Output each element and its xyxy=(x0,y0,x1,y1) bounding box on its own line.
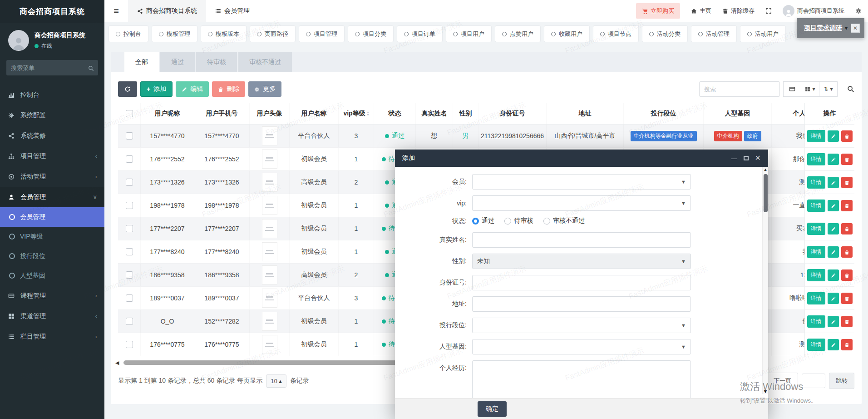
topbar-tab[interactable]: 会员管理 xyxy=(206,0,259,22)
sidebar-menu-item[interactable]: 会员管理 ∨ xyxy=(0,187,104,207)
nav-pill[interactable]: 活动管理 xyxy=(691,26,736,42)
experience-textarea[interactable] xyxy=(472,360,691,399)
row-delete-button[interactable] xyxy=(841,246,853,258)
row-edit-button[interactable] xyxy=(828,269,839,281)
detail-button[interactable]: 详情 xyxy=(807,176,825,189)
row-checkbox[interactable] xyxy=(126,294,133,302)
refresh-button[interactable] xyxy=(118,81,137,97)
gene-select[interactable]: ▼ xyxy=(472,339,691,354)
dialog-scrollbar-thumb[interactable] xyxy=(764,174,768,212)
row-delete-button[interactable] xyxy=(841,223,853,234)
detail-button[interactable]: 详情 xyxy=(807,223,825,235)
scroll-down-icon[interactable]: ▼ xyxy=(763,389,768,394)
rank-select[interactable]: ▼ xyxy=(472,318,691,333)
advanced-search-button[interactable] xyxy=(847,85,854,93)
member-select[interactable]: ▼ xyxy=(472,174,691,190)
row-edit-button[interactable] xyxy=(828,130,839,142)
row-checkbox[interactable] xyxy=(126,318,133,325)
view-toggle-button[interactable] xyxy=(783,81,801,97)
sidebar-menu-item[interactable]: 项目管理 ‹ xyxy=(0,146,104,166)
nav-pill[interactable]: 控制台 xyxy=(109,26,148,42)
detail-button[interactable]: 详情 xyxy=(807,130,825,142)
user-menu[interactable]: 商会招商项目系统 xyxy=(783,5,844,17)
row-delete-button[interactable] xyxy=(841,316,853,327)
add-button[interactable]: +添加 xyxy=(140,81,173,97)
close-icon[interactable]: ✕ xyxy=(851,24,860,33)
nav-pill[interactable]: 项目节点 xyxy=(593,26,638,42)
row-edit-button[interactable] xyxy=(828,246,839,258)
select-all-checkbox[interactable] xyxy=(126,110,133,117)
jump-page-input[interactable] xyxy=(802,374,825,388)
confirm-button[interactable]: 确定 xyxy=(478,401,507,417)
nav-pill[interactable]: 项目订单 xyxy=(397,26,442,42)
status-radio[interactable]: 待审核 xyxy=(504,217,533,225)
dialog-titlebar[interactable]: 添加 — ✕ xyxy=(395,150,768,167)
row-delete-button[interactable] xyxy=(841,154,853,165)
nav-pill[interactable]: 点赞用户 xyxy=(495,26,540,42)
row-checkbox[interactable] xyxy=(126,202,133,209)
row-delete-button[interactable] xyxy=(841,177,853,188)
next-page-button[interactable]: 下一页 xyxy=(767,373,798,389)
row-delete-button[interactable] xyxy=(841,293,853,304)
detail-button[interactable]: 详情 xyxy=(807,292,825,304)
detail-button[interactable]: 详情 xyxy=(807,153,825,165)
row-edit-button[interactable] xyxy=(828,177,839,188)
row-delete-button[interactable] xyxy=(841,200,853,211)
status-filter-tab[interactable]: 全部 xyxy=(124,52,159,72)
idcard-input[interactable] xyxy=(472,275,691,290)
sidebar-menu-item[interactable]: 栏目管理 ‹ xyxy=(0,326,104,347)
gender-select[interactable]: 未知▼ xyxy=(472,254,691,269)
nav-pill[interactable]: 项目用户 xyxy=(446,26,491,42)
edit-button[interactable]: 编辑 xyxy=(176,81,209,97)
nav-pill[interactable]: 模板版本 xyxy=(201,26,246,42)
row-edit-button[interactable] xyxy=(828,293,839,304)
detail-button[interactable]: 详情 xyxy=(807,339,825,351)
table-search-input[interactable] xyxy=(699,81,780,97)
hamburger-menu-icon[interactable]: ≡ xyxy=(104,0,128,22)
sidebar-menu-item[interactable]: 系统配置 xyxy=(0,105,104,125)
status-filter-tab[interactable]: 待审核 xyxy=(196,52,237,72)
sidebar-menu-item[interactable]: 活动管理 ‹ xyxy=(0,166,104,187)
settings-button[interactable] xyxy=(855,8,862,15)
row-checkbox[interactable] xyxy=(126,179,133,186)
row-edit-button[interactable] xyxy=(828,154,839,165)
row-checkbox[interactable] xyxy=(126,271,133,279)
sidebar-search-input[interactable] xyxy=(6,60,98,75)
home-button[interactable]: 主页 xyxy=(691,7,711,15)
row-edit-button[interactable] xyxy=(828,223,839,234)
nav-pill[interactable]: 活动分类 xyxy=(642,26,687,42)
nav-pill[interactable]: 模板管理 xyxy=(152,26,197,42)
fullscreen-button[interactable] xyxy=(765,8,772,15)
close-icon[interactable]: ✕ xyxy=(755,155,761,162)
export-button[interactable]: ⇅▾ xyxy=(819,81,838,97)
search-icon[interactable] xyxy=(88,64,94,72)
page-size-select[interactable]: 10 ▴ xyxy=(266,374,286,388)
scroll-left-icon[interactable]: ◀ xyxy=(115,360,119,366)
sidebar-submenu-item[interactable]: 人型基因 xyxy=(0,266,104,285)
minimize-icon[interactable]: — xyxy=(731,155,737,161)
topbar-tab[interactable]: 商会招商项目系统 xyxy=(128,0,206,22)
status-radio[interactable]: 审核不通过 xyxy=(543,217,585,225)
clear-cache-button[interactable]: 清除缓存 xyxy=(722,7,755,15)
row-checkbox[interactable] xyxy=(126,225,133,232)
status-radio[interactable]: 通过 xyxy=(472,217,494,225)
row-delete-button[interactable] xyxy=(841,130,853,142)
detail-button[interactable]: 详情 xyxy=(807,200,825,212)
sidebar-menu-item[interactable]: 课程管理 ‹ xyxy=(0,285,104,306)
row-checkbox[interactable] xyxy=(126,248,133,255)
detail-button[interactable]: 详情 xyxy=(807,315,825,328)
jump-button[interactable]: 跳转 xyxy=(829,373,854,389)
more-button[interactable]: 更多 xyxy=(248,81,281,97)
buy-now-button[interactable]: 立即购买 xyxy=(636,3,680,19)
sidebar-menu-item[interactable]: 控制台 xyxy=(0,85,104,105)
nav-pill[interactable]: 活动用户 xyxy=(740,26,785,42)
sidebar-menu-item[interactable]: 系统装修 xyxy=(0,125,104,146)
vip-select[interactable]: ▼ xyxy=(472,195,691,211)
nav-pill[interactable]: 页面路径 xyxy=(250,26,295,42)
row-edit-button[interactable] xyxy=(828,200,839,211)
status-filter-tab[interactable]: 审核不通过 xyxy=(238,52,292,72)
row-delete-button[interactable] xyxy=(841,339,853,350)
sidebar-submenu-item[interactable]: VIP等级 xyxy=(0,227,104,246)
maximize-icon[interactable] xyxy=(744,156,749,160)
nav-pill[interactable]: 收藏用户 xyxy=(544,26,589,42)
